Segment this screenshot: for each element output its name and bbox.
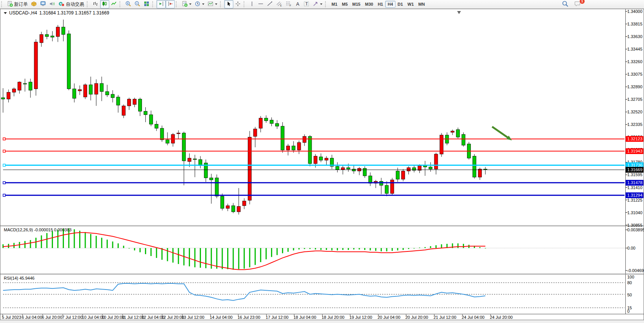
svg-text:24 Jul 04:00: 24 Jul 04:00 (462, 315, 485, 320)
signals-button[interactable] (48, 0, 57, 8)
new-order-label: 新订单 (14, 1, 28, 8)
timeframe-m1-button[interactable]: M1 (329, 1, 340, 8)
vertical-line-tool-button[interactable] (248, 0, 256, 8)
equidistant-channel-tool-button[interactable]: E (274, 0, 284, 8)
svg-text:1.31294: 1.31294 (627, 193, 642, 197)
svg-text:A: A (296, 1, 300, 6)
svg-text:1.32890: 1.32890 (627, 84, 642, 89)
templates-icon (207, 1, 214, 8)
svg-text:1.32520: 1.32520 (627, 110, 642, 114)
zoom-out-button[interactable] (133, 0, 142, 8)
timeframe-m15-button[interactable]: M15 (350, 1, 363, 8)
toolbar-grip (1, 1, 4, 7)
auto-scroll-button[interactable] (156, 0, 166, 8)
toolbar-grip (244, 1, 246, 7)
svg-text:20 Jul 20:00: 20 Jul 20:00 (405, 315, 428, 320)
timeframe-h1-button[interactable]: H1 (375, 1, 385, 8)
svg-text:1.30855: 1.30855 (627, 223, 642, 228)
arrows-dropdown-caret (320, 3, 322, 5)
svg-text:1.32705: 1.32705 (627, 97, 642, 102)
chart-shift-button[interactable] (166, 0, 175, 8)
new-order-button[interactable]: 新订单 (5, 0, 29, 8)
svg-text:6 Jul 04:00: 6 Jul 04:00 (22, 315, 42, 320)
chart-canvas[interactable]: 1.340001.338151.336301.334451.332601.330… (0, 0, 644, 323)
candlestick-chart-button[interactable] (100, 0, 109, 8)
candlestick-chart-icon (102, 1, 108, 8)
templates-dropdown-caret (215, 3, 217, 5)
search-icon (562, 0, 569, 8)
svg-text:F: F (290, 4, 291, 7)
line-chart-icon (111, 1, 117, 8)
notifications-button[interactable]: 1 (572, 0, 583, 8)
crosshair-button[interactable] (233, 0, 242, 8)
periods-button[interactable] (193, 0, 206, 8)
auto-trading-button[interactable]: 自动交易 (57, 0, 86, 8)
search-button[interactable] (560, 0, 570, 8)
svg-text:T: T (305, 2, 308, 6)
svg-text:1.34000: 1.34000 (627, 9, 642, 14)
svg-text:1.31225: 1.31225 (627, 198, 642, 202)
timeframe-w1-button[interactable]: W1 (405, 1, 416, 8)
svg-text:6 Jul 20:00: 6 Jul 20:00 (42, 315, 62, 320)
timeframe-d1-button[interactable]: D1 (395, 1, 405, 8)
svg-text:24 Jul 20:00: 24 Jul 20:00 (490, 315, 513, 320)
svg-text:17 Jul 12:00: 17 Jul 12:00 (266, 315, 289, 320)
svg-text:12 Jul 20:00: 12 Jul 20:00 (161, 315, 184, 320)
templates-button[interactable] (206, 0, 219, 8)
arrows-tool-button[interactable] (311, 0, 324, 8)
svg-text:1.31478: 1.31478 (627, 180, 642, 185)
fibonacci-tool-button[interactable]: F (284, 0, 293, 8)
mt4-terminal: 新订单 自动交易 E F A T (0, 0, 644, 323)
trendline-tool-button[interactable] (265, 0, 274, 8)
svg-text:1.32335: 1.32335 (627, 122, 642, 127)
svg-text:18 Jul 20:00: 18 Jul 20:00 (322, 315, 344, 320)
svg-text:1.31040: 1.31040 (627, 210, 642, 215)
auto-scroll-icon (158, 1, 164, 8)
svg-text:1.31595: 1.31595 (627, 172, 642, 177)
svg-text:7 Jul 12:00: 7 Jul 12:00 (62, 315, 83, 320)
metaeditor-button[interactable] (29, 0, 38, 8)
chart-shift-icon (167, 1, 173, 8)
text-tool-button[interactable]: A (293, 0, 302, 8)
chart-symbol-dropdown-icon[interactable] (4, 12, 7, 14)
text-tool-icon: A (295, 1, 300, 8)
toolbar-grip (120, 1, 122, 7)
auto-trading-icon (58, 1, 65, 8)
main-toolbar: 新订单 自动交易 E F A T (0, 0, 644, 9)
timeframe-m30-button[interactable]: M30 (363, 1, 375, 8)
cursor-button[interactable] (224, 0, 233, 8)
trendline-icon (267, 1, 273, 8)
timeframe-h4-button[interactable]: H4 (385, 1, 395, 8)
arrows-tool-icon (312, 1, 319, 8)
timeframe-m5-button[interactable]: M5 (340, 1, 350, 8)
line-chart-button[interactable] (109, 0, 118, 8)
toolbar-grip (152, 1, 155, 7)
horizontal-line-icon (258, 1, 264, 8)
toolbar-grip (176, 1, 179, 7)
terminal-window-button[interactable] (38, 0, 48, 8)
bar-chart-button[interactable] (91, 0, 100, 8)
svg-text:16 Jul 23:00: 16 Jul 23:00 (238, 315, 260, 320)
tile-windows-button[interactable] (142, 0, 151, 8)
svg-text:1.31736: 1.31736 (627, 163, 642, 167)
zoom-in-icon (125, 1, 131, 8)
macd-indicator-label: MACD(12,26,9) -0.000015 0.000383 (4, 228, 72, 232)
chart-ohlc-values: 1.31684 1.31709 1.31657 1.31669 (39, 10, 109, 16)
svg-text:1.33630: 1.33630 (627, 34, 642, 39)
periods-dropdown-caret (202, 3, 204, 5)
svg-text:1.33815: 1.33815 (627, 22, 642, 26)
indicators-button[interactable] (180, 0, 193, 8)
zoom-out-icon (134, 1, 140, 8)
svg-text:10 Jul 20:00: 10 Jul 20:00 (102, 315, 124, 320)
auto-trading-label: 自动交易 (66, 1, 84, 8)
timeframe-mn-button[interactable]: MN (416, 1, 427, 8)
svg-text:1.33445: 1.33445 (627, 47, 642, 51)
text-label-tool-button[interactable]: T (302, 0, 311, 8)
svg-text:19 Jul 12:00: 19 Jul 12:00 (349, 315, 372, 320)
svg-text:1.33260: 1.33260 (627, 59, 642, 64)
new-order-icon (7, 1, 13, 8)
horizontal-line-tool-button[interactable] (256, 0, 265, 8)
svg-text:20 Jul 04:00: 20 Jul 04:00 (378, 315, 400, 320)
svg-text:100: 100 (627, 275, 634, 279)
zoom-in-button[interactable] (124, 0, 133, 8)
